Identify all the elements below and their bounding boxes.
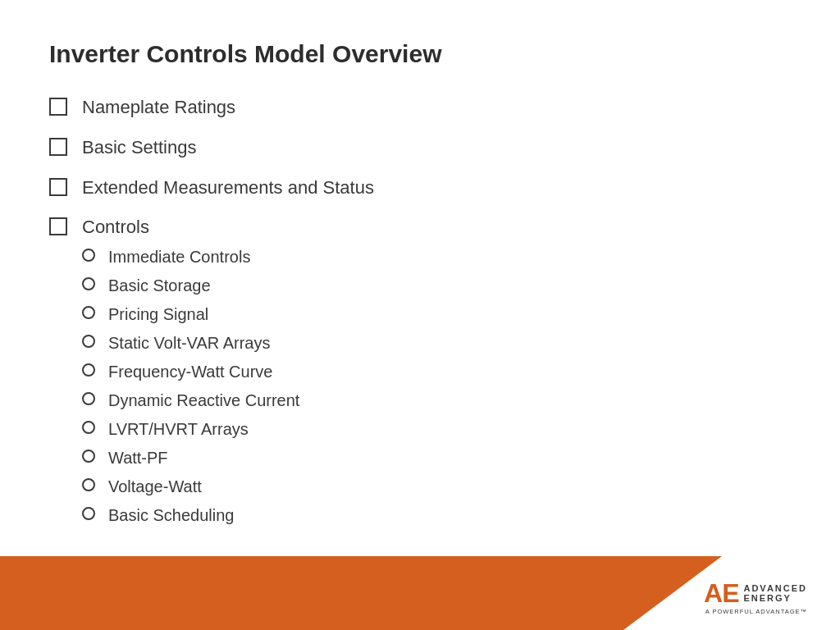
checkbox-icon <box>49 138 67 156</box>
list-item: Basic Storage <box>82 274 299 298</box>
checkbox-icon <box>49 178 67 196</box>
controls-sub-list: Immediate Controls Basic Storage Pricing… <box>82 245 299 532</box>
circle-bullet-icon <box>82 421 95 434</box>
checkbox-icon <box>49 217 67 235</box>
basic-settings-label: Basic Settings <box>82 135 196 161</box>
circle-bullet-icon <box>82 450 95 463</box>
list-item-controls: Controls Immediate Controls Basic Storag… <box>49 215 791 532</box>
list-item-basic-settings: Basic Settings <box>49 135 791 161</box>
sub-item-label: Immediate Controls <box>108 245 250 269</box>
list-item-extended-measurements: Extended Measurements and Status <box>49 176 791 201</box>
slide-title: Inverter Controls Model Overview <box>49 39 791 69</box>
sub-item-label: Watt-PF <box>108 446 168 470</box>
nameplate-ratings-label: Nameplate Ratings <box>82 95 235 121</box>
circle-bullet-icon <box>82 507 95 520</box>
ae-logo: AE ADVANCED ENERGY <box>704 580 807 606</box>
list-item: Basic Scheduling <box>82 504 299 527</box>
sub-item-label: Dynamic Reactive Current <box>108 389 299 413</box>
energy-label: ENERGY <box>743 593 807 603</box>
slide-container: Inverter Controls Model Overview Namepla… <box>0 0 840 630</box>
logo-tagline: A POWERFUL ADVANTAGE™ <box>705 608 807 615</box>
sub-item-label: Basic Storage <box>108 274 211 298</box>
circle-bullet-icon <box>82 392 95 405</box>
list-item: Frequency-Watt Curve <box>82 360 299 384</box>
list-item: Watt-PF <box>82 446 299 470</box>
sub-item-label: LVRT/HVRT Arrays <box>108 418 249 441</box>
sub-item-label: Voltage-Watt <box>108 475 202 499</box>
sub-item-label: Static Volt-VAR Arrays <box>108 331 270 355</box>
circle-bullet-icon <box>82 277 95 290</box>
list-item: Pricing Signal <box>82 303 299 326</box>
circle-bullet-icon <box>82 363 95 377</box>
checkbox-icon <box>49 98 67 116</box>
sub-item-label: Frequency-Watt Curve <box>108 360 272 384</box>
list-item: Static Volt-VAR Arrays <box>82 331 299 355</box>
ae-letters: AE <box>704 580 738 606</box>
controls-label: Controls <box>82 215 149 240</box>
svg-marker-1 <box>0 556 722 630</box>
circle-bullet-icon <box>82 478 95 491</box>
list-item: Dynamic Reactive Current <box>82 389 299 413</box>
circle-bullet-icon <box>82 335 95 348</box>
logo-area: AE ADVANCED ENERGY A POWERFUL ADVANTAGE™ <box>704 580 807 615</box>
list-item-nameplate-ratings: Nameplate Ratings <box>49 95 791 121</box>
sub-item-label: Pricing Signal <box>108 303 208 326</box>
ae-text: ADVANCED ENERGY <box>743 583 807 603</box>
circle-bullet-icon <box>82 249 95 262</box>
sub-item-label: Basic Scheduling <box>108 504 234 527</box>
list-item: Immediate Controls <box>82 245 299 269</box>
top-list: Nameplate Ratings Basic Settings Extende… <box>49 95 791 532</box>
list-item: Voltage-Watt <box>82 475 299 499</box>
circle-bullet-icon <box>82 306 95 319</box>
list-item: LVRT/HVRT Arrays <box>82 418 299 441</box>
advanced-label: ADVANCED <box>743 583 807 593</box>
extended-measurements-label: Extended Measurements and Status <box>82 176 374 201</box>
